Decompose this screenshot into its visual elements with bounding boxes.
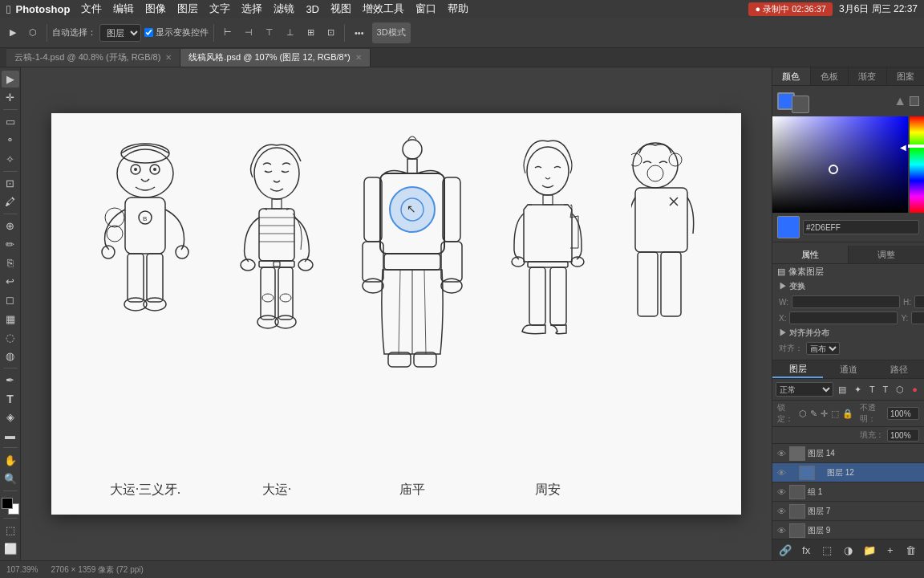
layers-btn-5[interactable]: ⬡: [893, 381, 907, 397]
align-middle-btn[interactable]: ⊞: [302, 22, 319, 43]
tool-eraser[interactable]: ◻: [2, 291, 19, 308]
auto-select-dropdown[interactable]: 图层 组: [99, 24, 141, 42]
tool-crop[interactable]: ⊡: [2, 175, 19, 192]
tool-pen[interactable]: ✒: [2, 372, 19, 389]
tab-1[interactable]: 云稿-1-4.psd @ 40.8% (开场, RGB/8) ✕: [6, 49, 180, 67]
tool-zoom[interactable]: 🔍: [2, 470, 19, 487]
new-adjustment-btn[interactable]: ◑: [840, 542, 856, 558]
tool-type[interactable]: T: [2, 390, 19, 407]
fill-input[interactable]: [887, 429, 919, 442]
color-gradient[interactable]: ◀: [772, 116, 924, 213]
menu-image[interactable]: 图像: [140, 0, 171, 18]
tool-stamp[interactable]: ⎘: [2, 254, 19, 271]
adjustments-tab[interactable]: 调整: [849, 246, 925, 263]
menu-file[interactable]: 文件: [76, 0, 107, 18]
move-tool-btn[interactable]: ▶: [5, 22, 21, 43]
align-top-btn[interactable]: ⊥: [282, 22, 299, 43]
menu-type[interactable]: 文字: [205, 0, 235, 18]
tool-lasso[interactable]: ⚬: [2, 132, 19, 149]
lock-transparent-icon[interactable]: ⬡: [799, 409, 807, 419]
align-right-btn[interactable]: ⊤: [261, 22, 278, 43]
tool-blur[interactable]: ◌: [2, 329, 19, 346]
tab-2[interactable]: 线稿风格.psd @ 107% (图层 12, RGB/8*) ✕: [180, 49, 370, 67]
menu-window[interactable]: 窗口: [411, 0, 441, 18]
color-swatches[interactable]: [2, 498, 19, 515]
h-input[interactable]: [914, 295, 924, 308]
tab-2-close[interactable]: ✕: [355, 53, 362, 62]
lock-image-icon[interactable]: ✎: [810, 409, 817, 419]
tool-dodge[interactable]: ◍: [2, 348, 19, 364]
x-input[interactable]: [789, 311, 898, 324]
layer-12-vis[interactable]: 👁: [776, 467, 787, 478]
bg-swatch[interactable]: [792, 96, 809, 113]
tool-screen-mode[interactable]: ⬜: [2, 540, 19, 557]
tool-path-select[interactable]: ◈: [2, 409, 19, 425]
channels-tab[interactable]: 通道: [823, 360, 873, 378]
more-btn[interactable]: •••: [350, 22, 369, 43]
align-left-btn[interactable]: ⊢: [219, 22, 237, 43]
tool-history-brush[interactable]: ↩: [2, 273, 19, 290]
menu-edit[interactable]: 编辑: [108, 0, 139, 18]
tool-quick-mask[interactable]: ⬚: [2, 522, 19, 539]
layer-item-12[interactable]: 👁 图层 12: [772, 463, 924, 482]
new-group-btn[interactable]: 📁: [861, 542, 877, 558]
transform-controls-label[interactable]: 显示变换控件: [144, 26, 209, 39]
foreground-color[interactable]: [2, 498, 13, 509]
layer-item-group1[interactable]: 👁 组 1: [772, 482, 924, 502]
menu-help[interactable]: 帮助: [443, 0, 473, 18]
swatches-tab[interactable]: 色板: [811, 67, 849, 85]
layers-btn-3[interactable]: T: [866, 381, 878, 397]
menu-3d[interactable]: 3D: [301, 2, 324, 17]
menu-select[interactable]: 选择: [237, 0, 267, 18]
pattern-tab[interactable]: 图案: [887, 67, 925, 85]
layer-7-vis[interactable]: 👁: [776, 506, 787, 517]
new-layer-btn[interactable]: +: [882, 542, 898, 558]
layer-14-vis[interactable]: 👁: [776, 448, 787, 459]
layers-btn-2[interactable]: ✦: [851, 381, 865, 397]
align-center-btn[interactable]: ⊣: [240, 22, 257, 43]
layer-item-9[interactable]: 👁 图层 9: [772, 521, 924, 539]
tool-gradient[interactable]: ▦: [2, 311, 19, 328]
tool-brush[interactable]: ✏: [2, 236, 19, 253]
align-to-select[interactable]: 画布 图层: [806, 342, 840, 355]
tool-move[interactable]: ✛: [2, 89, 19, 106]
layer-9-vis[interactable]: 👁: [776, 525, 787, 536]
layers-filter-toggle[interactable]: ●: [909, 381, 921, 397]
tool-eyedropper[interactable]: 🖍: [2, 193, 19, 210]
hue-handle[interactable]: [908, 144, 924, 148]
gradient-hue[interactable]: [910, 116, 924, 213]
layer-item-7[interactable]: 👁 图层 7: [772, 502, 924, 521]
tool-hand[interactable]: ✋: [2, 451, 19, 468]
transform-controls-checkbox[interactable]: [144, 28, 153, 37]
align-bottom-btn[interactable]: ⊡: [322, 22, 339, 43]
delete-layer-btn[interactable]: 🗑: [903, 542, 919, 558]
menu-view[interactable]: 视图: [326, 0, 356, 18]
add-link-btn[interactable]: 🔗: [777, 542, 793, 558]
blending-mode-select[interactable]: 正常 溶解 正片叠底: [776, 382, 833, 397]
lock-position-icon[interactable]: ✛: [821, 409, 828, 419]
w-input[interactable]: [792, 295, 900, 308]
properties-tab[interactable]: 属性: [772, 246, 849, 263]
3d-mode-btn[interactable]: 3D模式: [372, 22, 411, 43]
tab-1-close[interactable]: ✕: [165, 53, 172, 62]
layers-btn-4[interactable]: T: [880, 381, 892, 397]
add-mask-btn[interactable]: ⬚: [819, 542, 835, 558]
group1-vis[interactable]: 👁: [776, 486, 787, 498]
lock-artboard-icon[interactable]: ⬚: [831, 409, 839, 419]
tool-options-btn[interactable]: ⬡: [24, 22, 42, 43]
opacity-input[interactable]: [887, 407, 919, 420]
lock-all-icon[interactable]: 🔒: [842, 409, 853, 419]
tool-selection[interactable]: ▶: [2, 71, 19, 88]
tool-quick-select[interactable]: ✧: [2, 151, 19, 168]
transform-toggle[interactable]: ▶: [779, 282, 789, 291]
gradient-tab[interactable]: 渐变: [849, 67, 887, 85]
layers-tab[interactable]: 图层: [772, 360, 823, 378]
color-tab[interactable]: 颜色: [772, 67, 811, 85]
align-toggle[interactable]: ▶: [779, 328, 789, 337]
menu-plugins[interactable]: 增效工具: [358, 0, 409, 18]
menu-layer[interactable]: 图层: [172, 0, 203, 18]
tool-shape[interactable]: ▬: [2, 427, 19, 444]
layer-item-14[interactable]: 👁 图层 14: [772, 444, 924, 463]
y-input[interactable]: [911, 311, 924, 324]
paths-tab[interactable]: 路径: [873, 360, 924, 378]
